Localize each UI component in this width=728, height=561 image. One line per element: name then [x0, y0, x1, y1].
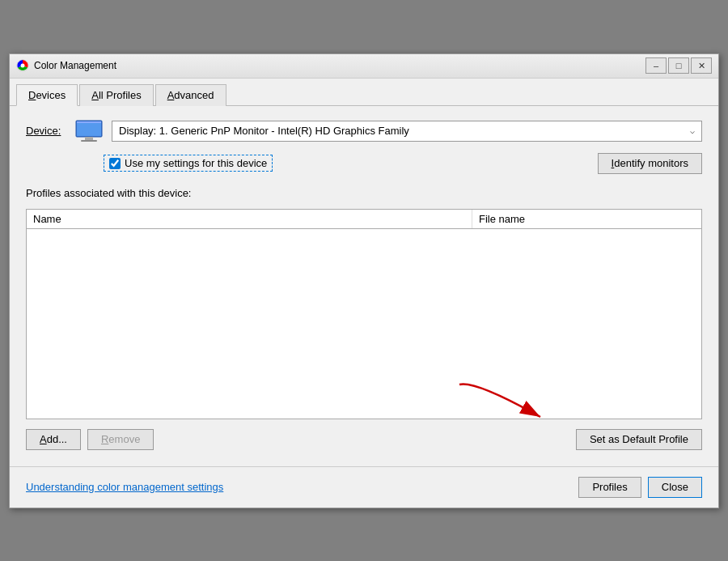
- svg-rect-5: [85, 137, 93, 140]
- profiles-btn-label: Profiles: [592, 481, 627, 493]
- identify-monitors-button[interactable]: Identify monitors: [598, 153, 702, 174]
- tabs-bar: Devices All Profiles Advanced: [10, 79, 718, 106]
- tab-devices-label: Devices: [28, 89, 66, 101]
- table-header-filename: File name: [472, 210, 701, 228]
- close-dialog-button[interactable]: Close: [648, 477, 702, 498]
- identify-btn-label: Identify monitors: [612, 157, 688, 169]
- main-content: Device: Display: 1. Generic PnP Monitor …: [10, 106, 718, 463]
- actions-row: Add... Remove Set as Default Profile: [26, 429, 702, 450]
- window-icon: [16, 59, 29, 72]
- dropdown-arrow-icon: ⌵: [690, 126, 695, 135]
- profiles-button[interactable]: Profiles: [578, 477, 641, 498]
- tab-all-profiles[interactable]: All Profiles: [79, 84, 153, 106]
- add-button[interactable]: Add...: [26, 429, 81, 450]
- device-row: Device: Display: 1. Generic PnP Monitor …: [26, 119, 702, 143]
- table-header: Name File name: [27, 210, 701, 229]
- table-header-name: Name: [27, 210, 472, 228]
- tab-advanced[interactable]: Advanced: [155, 84, 226, 106]
- default-btn-label: Set as Default Profile: [590, 433, 688, 445]
- footer-row: Understanding color management settings …: [10, 470, 718, 508]
- minimize-button[interactable]: –: [645, 57, 667, 74]
- title-bar-controls: – □ ✕: [645, 57, 712, 74]
- window-close-button[interactable]: ✕: [691, 57, 712, 74]
- remove-btn-label: Remove: [101, 433, 140, 445]
- svg-rect-4: [77, 121, 101, 123]
- selected-device-text: Display: 1. Generic PnP Monitor - Intel(…: [119, 125, 409, 137]
- set-default-profile-button[interactable]: Set as Default Profile: [576, 429, 702, 450]
- table-body: [27, 229, 701, 415]
- device-label: Device:: [26, 125, 66, 137]
- footer-divider: [10, 466, 718, 467]
- close-dialog-btn-label: Close: [662, 481, 688, 493]
- svg-point-1: [21, 64, 25, 68]
- footer-right: Profiles Close: [578, 477, 702, 498]
- use-settings-checkbox-label[interactable]: Use my settings for this device: [104, 155, 273, 172]
- settings-row: Use my settings for this device Identify…: [26, 153, 702, 174]
- maximize-button[interactable]: □: [668, 57, 689, 74]
- svg-rect-3: [77, 121, 101, 136]
- monitor-icon: [74, 119, 104, 143]
- device-dropdown[interactable]: Display: 1. Generic PnP Monitor - Intel(…: [112, 121, 702, 142]
- title-bar-left: Color Management: [16, 59, 116, 72]
- tab-all-profiles-label: All Profiles: [91, 89, 141, 101]
- help-link[interactable]: Understanding color management settings: [26, 481, 223, 493]
- profiles-table: Name File name: [26, 209, 702, 419]
- remove-button[interactable]: Remove: [87, 429, 154, 450]
- profiles-section-label: Profiles associated with this device:: [26, 187, 702, 199]
- window-title: Color Management: [34, 60, 116, 71]
- checkbox-label-text: Use my settings for this device: [125, 157, 267, 169]
- tab-advanced-label: Advanced: [167, 89, 214, 101]
- tab-devices[interactable]: Devices: [16, 84, 78, 106]
- actions-left: Add... Remove: [26, 429, 154, 450]
- color-management-window: Color Management – □ ✕ Devices All Profi…: [9, 53, 719, 508]
- svg-rect-6: [81, 140, 97, 142]
- add-btn-label: Add...: [40, 433, 67, 445]
- use-settings-checkbox[interactable]: [109, 158, 121, 169]
- title-bar: Color Management – □ ✕: [10, 54, 718, 79]
